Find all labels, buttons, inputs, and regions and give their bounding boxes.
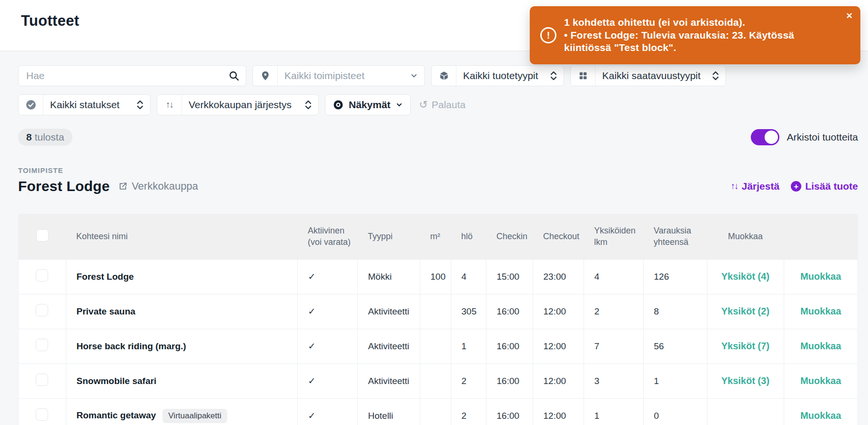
product-persons: 2 (451, 398, 486, 425)
units-link[interactable]: Yksiköt (3) (721, 375, 769, 386)
edit-link[interactable]: Muokkaa (800, 271, 841, 282)
search-input[interactable] (18, 65, 246, 86)
product-units: 7 (584, 329, 643, 364)
edit-link[interactable]: Muokkaa (800, 410, 841, 421)
products-table: Kohteesi nimi Aktiivinen (voi varata) Ty… (18, 214, 858, 425)
col-header-edit: Muokkaa (707, 214, 784, 259)
add-product-label: Lisää tuote (805, 181, 858, 192)
results-count-label: tulosta (35, 132, 64, 143)
product-persons: 2 (451, 364, 486, 398)
results-row: 8 tulosta Arkistoi tuotteita (18, 129, 858, 146)
section-title-group: Forest Lodge Verkkokauppa (18, 178, 198, 194)
row-checkbox[interactable] (36, 269, 48, 282)
section-title: Forest Lodge (18, 178, 110, 194)
col-header-checkout: Checkout (533, 214, 584, 259)
product-bookings: 1 (643, 364, 707, 398)
product-name: Snowmobile safari (66, 364, 297, 398)
toast-detail: • Forest Lodge: Tulevia varauksia: 23. K… (564, 29, 836, 54)
product-type: Aktiviteetti (357, 294, 420, 329)
cube-icon (432, 66, 456, 86)
chevron-updown-icon (712, 71, 726, 81)
main-content: Kaikki toimipisteet Kaikki tuotetyypit (18, 51, 858, 425)
availability-type-select[interactable]: Kaikki saatavuustyypit (570, 65, 726, 86)
col-header-name: Kohteesi nimi (66, 214, 297, 259)
table-row: Romantic getawayVirtuaalipaketti ✓ Hotel… (19, 398, 858, 425)
chevron-down-icon (410, 71, 424, 80)
edit-link[interactable]: Muokkaa (800, 306, 841, 316)
product-m2 (420, 329, 451, 364)
check-circle-icon (19, 95, 43, 115)
product-checkin: 15:00 (486, 259, 533, 294)
status-select-value: Kaikki statukset (43, 99, 136, 111)
section-actions: ↑↓ Järjestä + Lisää tuote (731, 181, 858, 192)
table-row: Horse back riding (marg.) ✓ Aktiviteetti… (19, 329, 858, 364)
sort-arrows-icon: ↑↓ (157, 95, 182, 115)
archive-toggle-group: Arkistoi tuotteita (751, 129, 858, 145)
sort-order-select[interactable]: ↑↓ Verkkokaupan järjestys (157, 94, 319, 115)
product-type: Aktiviteetti (357, 329, 420, 364)
product-checkout: 12:00 (533, 329, 584, 364)
toast-title: 1 kohdetta ohitettu (ei voi arkistoida). (564, 16, 836, 29)
row-checkbox[interactable] (36, 304, 48, 316)
col-header-empty (784, 214, 858, 259)
units-link[interactable]: Yksiköt (4) (721, 271, 769, 282)
product-type: Mökki (357, 259, 420, 294)
product-checkin: 16:00 (486, 398, 533, 425)
availability-type-select-value: Kaikki saatavuustyypit (595, 70, 712, 81)
product-type-select-value: Kaikki tuotetyypit (456, 70, 550, 81)
virtual-package-badge: Virtuaalipaketti (162, 409, 227, 423)
product-checkout: 12:00 (533, 398, 584, 425)
chevron-down-icon (395, 101, 403, 109)
active-check: ✓ (297, 364, 357, 398)
page-title: Tuotteet (21, 12, 79, 30)
row-checkbox[interactable] (36, 374, 48, 386)
table-row: Snowmobile safari ✓ Aktiviteetti 2 16:00… (19, 364, 858, 398)
status-select[interactable]: Kaikki statukset (18, 94, 151, 115)
add-product-button[interactable]: + Lisää tuote (791, 181, 858, 192)
sort-order-select-value: Verkkokaupan järjestys (182, 99, 304, 111)
product-m2: 100 (420, 259, 451, 294)
product-m2 (420, 294, 451, 329)
product-checkin: 16:00 (486, 294, 533, 329)
select-all-checkbox[interactable] (36, 229, 49, 242)
product-checkout: 12:00 (533, 294, 584, 329)
archive-toggle-label: Arkistoi tuotteita (787, 132, 858, 143)
product-checkin: 16:00 (486, 329, 533, 364)
product-checkin: 16:00 (486, 364, 533, 398)
col-header-persons: hlö (451, 214, 486, 259)
product-units: 4 (584, 259, 643, 294)
product-type-select[interactable]: Kaikki tuotetyypit (431, 65, 564, 86)
toggle-knob (765, 131, 778, 144)
units-link[interactable]: Yksiköt (7) (721, 341, 769, 351)
webshop-link[interactable]: Verkkokauppa (118, 180, 198, 192)
views-button[interactable]: Näkymät (325, 94, 411, 115)
product-m2 (420, 398, 451, 425)
results-count: 8 (26, 132, 32, 143)
col-header-m2: m² (420, 214, 451, 259)
reset-button[interactable]: ↺ Palauta (419, 99, 466, 111)
close-icon[interactable]: ✕ (846, 12, 853, 20)
edit-link[interactable]: Muokkaa (800, 341, 841, 351)
product-units: 3 (584, 364, 643, 398)
units-link[interactable]: Yksiköt (2) (721, 306, 769, 316)
views-button-label: Näkymät (349, 99, 391, 111)
search-icon (228, 70, 240, 81)
filter-row-2: Kaikki statukset ↑↓ Verkkokaupan järjest… (18, 94, 858, 115)
product-units: 2 (584, 294, 643, 329)
warning-icon: ! (540, 27, 556, 43)
active-check: ✓ (297, 329, 357, 364)
sort-products-button[interactable]: ↑↓ Järjestä (731, 181, 779, 192)
table-row: Private sauna ✓ Aktiviteetti 305 16:00 1… (19, 294, 858, 329)
results-count-badge: 8 tulosta (18, 129, 72, 146)
reset-icon: ↺ (419, 100, 428, 110)
row-checkbox[interactable] (36, 408, 48, 421)
office-select[interactable]: Kaikki toimipisteet (252, 65, 425, 86)
edit-link[interactable]: Muokkaa (800, 375, 841, 386)
plus-circle-icon: + (791, 181, 801, 192)
row-checkbox[interactable] (36, 339, 48, 351)
map-pin-icon (253, 66, 278, 86)
archive-toggle[interactable] (751, 129, 779, 145)
chevron-updown-icon (550, 71, 564, 81)
external-link-icon (118, 182, 128, 191)
product-checkout: 23:00 (533, 259, 584, 294)
